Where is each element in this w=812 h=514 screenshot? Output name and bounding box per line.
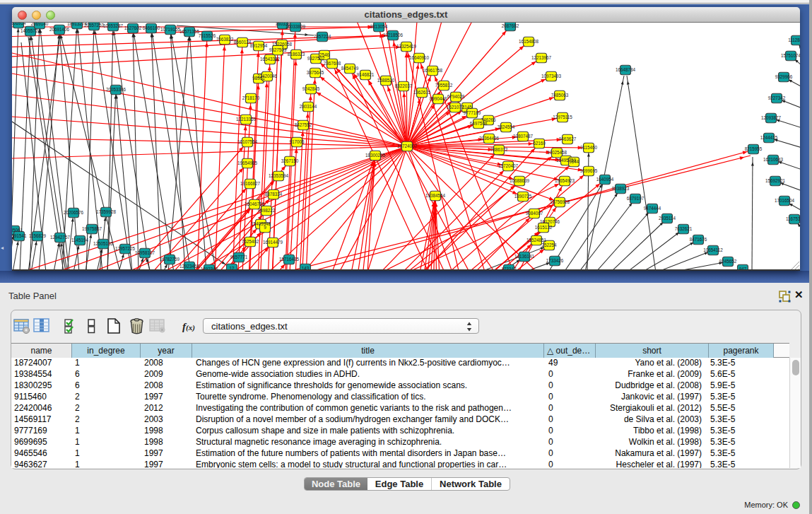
svg-text:10973493: 10973493 <box>541 74 562 78</box>
svg-text:3875645: 3875645 <box>307 70 324 75</box>
svg-text:2069140: 2069140 <box>31 23 49 26</box>
svg-text:143: 143 <box>302 266 310 271</box>
svg-text:2935114: 2935114 <box>659 216 676 221</box>
svg-text:9245652: 9245652 <box>719 259 737 264</box>
svg-text:18756928: 18756928 <box>550 199 570 204</box>
svg-text:8215955: 8215955 <box>745 146 763 151</box>
svg-text:62160: 62160 <box>533 141 546 146</box>
svg-text:1527602: 1527602 <box>124 25 142 30</box>
svg-text:7515526: 7515526 <box>199 33 216 38</box>
svg-text:3824554: 3824554 <box>498 124 515 129</box>
svg-text:1244415: 1244415 <box>760 135 778 140</box>
svg-text:12923468: 12923468 <box>180 264 200 269</box>
svg-text:16640910: 16640910 <box>409 55 430 60</box>
svg-text:947: 947 <box>739 267 747 271</box>
svg-text:1112845: 1112845 <box>788 37 800 42</box>
svg-text:7886372: 7886372 <box>490 147 508 152</box>
svg-text:9115460: 9115460 <box>580 145 598 150</box>
svg-text:20053346: 20053346 <box>106 87 126 92</box>
svg-text:6879197: 6879197 <box>627 196 645 201</box>
svg-text:17359928: 17359928 <box>96 209 117 214</box>
svg-text:16782759: 16782759 <box>160 257 180 262</box>
svg-text:16914479: 16914479 <box>263 240 283 245</box>
svg-text:1362615: 1362615 <box>413 90 431 95</box>
svg-text:2367608: 2367608 <box>324 61 341 66</box>
svg-text:10719155: 10719155 <box>160 27 181 32</box>
svg-text:2718170: 2718170 <box>242 95 260 100</box>
svg-text:13325419: 13325419 <box>396 44 417 49</box>
svg-text:19384554: 19384554 <box>425 193 446 198</box>
svg-text:7955812: 7955812 <box>435 83 453 88</box>
svg-text:9146821: 9146821 <box>357 72 375 77</box>
svg-text:10025458: 10025458 <box>547 150 567 155</box>
svg-text:10654112: 10654112 <box>703 247 723 252</box>
svg-text:16154808: 16154808 <box>519 39 539 44</box>
svg-text:9657771: 9657771 <box>230 255 248 259</box>
svg-text:9498222: 9498222 <box>258 208 276 213</box>
svg-text:8427552: 8427552 <box>295 122 312 127</box>
svg-text:15409948: 15409948 <box>251 221 271 226</box>
svg-text:7625402: 7625402 <box>242 239 259 244</box>
svg-text:252254: 252254 <box>541 243 557 247</box>
svg-text:15716485: 15716485 <box>279 257 300 262</box>
svg-text:6497508: 6497508 <box>470 121 488 126</box>
svg-text:12: 12 <box>229 266 235 271</box>
svg-text:12975115: 12975115 <box>553 115 572 119</box>
svg-text:16648784: 16648784 <box>616 67 636 72</box>
svg-text:9463627: 9463627 <box>559 136 577 141</box>
svg-text:9084067: 9084067 <box>526 211 543 216</box>
svg-text:16571355: 16571355 <box>180 29 200 34</box>
svg-text:12942757: 12942757 <box>50 235 71 240</box>
svg-text:8454749: 8454749 <box>341 66 359 71</box>
svg-text:16543382: 16543382 <box>260 57 281 62</box>
svg-text:23420046: 23420046 <box>257 74 278 78</box>
svg-text:6466160: 6466160 <box>143 25 160 30</box>
svg-text:206914: 206914 <box>12 23 26 25</box>
svg-text:18300295: 18300295 <box>365 153 386 158</box>
svg-text:10688639: 10688639 <box>510 178 530 183</box>
svg-text:8813054: 8813054 <box>370 24 388 29</box>
svg-text:10958107: 10958107 <box>135 250 155 255</box>
svg-text:9699695: 9699695 <box>580 168 598 173</box>
svg-text:16961758: 16961758 <box>423 68 443 73</box>
svg-text:10807487: 10807487 <box>513 134 534 139</box>
svg-text:17957225: 17957225 <box>115 246 136 251</box>
svg-text:9227342: 9227342 <box>768 95 786 100</box>
svg-text:1733426: 1733426 <box>546 258 564 263</box>
svg-text:7632621: 7632621 <box>675 226 693 231</box>
svg-text:8322037: 8322037 <box>395 83 413 88</box>
svg-text:1640954: 1640954 <box>596 177 614 182</box>
svg-text:12353594: 12353594 <box>269 173 289 178</box>
svg-text:2546: 2546 <box>319 52 330 57</box>
svg-text:7663822: 7663822 <box>216 37 234 42</box>
svg-text:16120746: 16120746 <box>540 219 560 224</box>
svg-text:20364436: 20364436 <box>479 136 500 141</box>
svg-text:8990448: 8990448 <box>430 96 447 101</box>
svg-text:12213369: 12213369 <box>236 117 257 122</box>
svg-text:16046766: 16046766 <box>245 201 265 206</box>
svg-text:15720407: 15720407 <box>498 163 519 168</box>
svg-text:9777169: 9777169 <box>464 110 481 115</box>
svg-text:1292346: 1292346 <box>201 267 218 271</box>
svg-text:12093877: 12093877 <box>761 115 782 120</box>
svg-text:8938923: 8938923 <box>612 186 630 191</box>
svg-text:1615132: 1615132 <box>535 225 553 230</box>
svg-text:20206576: 20206576 <box>64 210 84 215</box>
svg-text:9327503: 9327503 <box>269 47 287 52</box>
svg-text:9: 9 <box>264 225 266 230</box>
svg-text:1145194: 1145194 <box>71 238 89 243</box>
svg-text:19654985: 19654985 <box>237 160 258 165</box>
svg-text:20691406: 20691406 <box>49 27 70 32</box>
svg-text:16033809: 16033809 <box>286 24 306 29</box>
svg-text:18724007: 18724007 <box>397 144 418 148</box>
svg-text:8471676: 8471676 <box>690 237 707 242</box>
svg-text:8912954: 8912954 <box>250 43 268 48</box>
svg-text:15751074: 15751074 <box>781 53 800 58</box>
svg-text:19166827: 19166827 <box>240 181 261 186</box>
svg-text:14136141: 14136141 <box>514 254 535 259</box>
svg-text:3267150: 3267150 <box>281 158 299 163</box>
svg-text:173342: 173342 <box>501 267 517 271</box>
svg-text:2803144: 2803144 <box>300 104 317 109</box>
svg-text:12213967: 12213967 <box>531 55 552 60</box>
svg-text:10653287: 10653287 <box>103 23 124 28</box>
